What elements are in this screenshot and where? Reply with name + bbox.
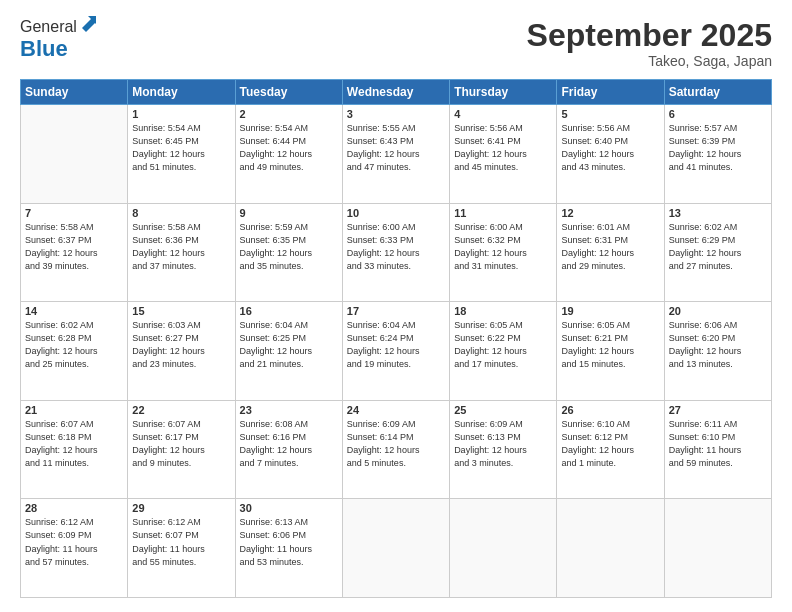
day-info: Sunrise: 5:56 AM Sunset: 6:41 PM Dayligh… xyxy=(454,122,552,174)
logo-blue-text: Blue xyxy=(20,36,68,61)
day-number: 24 xyxy=(347,404,445,416)
table-row: 21Sunrise: 6:07 AM Sunset: 6:18 PM Dayli… xyxy=(21,400,128,499)
day-info: Sunrise: 6:03 AM Sunset: 6:27 PM Dayligh… xyxy=(132,319,230,371)
table-row xyxy=(450,499,557,598)
day-number: 8 xyxy=(132,207,230,219)
day-number: 18 xyxy=(454,305,552,317)
col-wednesday: Wednesday xyxy=(342,80,449,105)
table-row: 10Sunrise: 6:00 AM Sunset: 6:33 PM Dayli… xyxy=(342,203,449,302)
day-info: Sunrise: 5:56 AM Sunset: 6:40 PM Dayligh… xyxy=(561,122,659,174)
day-info: Sunrise: 5:57 AM Sunset: 6:39 PM Dayligh… xyxy=(669,122,767,174)
day-info: Sunrise: 5:59 AM Sunset: 6:35 PM Dayligh… xyxy=(240,221,338,273)
day-info: Sunrise: 6:12 AM Sunset: 6:09 PM Dayligh… xyxy=(25,516,123,568)
day-info: Sunrise: 6:07 AM Sunset: 6:17 PM Dayligh… xyxy=(132,418,230,470)
day-number: 20 xyxy=(669,305,767,317)
table-row: 30Sunrise: 6:13 AM Sunset: 6:06 PM Dayli… xyxy=(235,499,342,598)
day-info: Sunrise: 6:11 AM Sunset: 6:10 PM Dayligh… xyxy=(669,418,767,470)
calendar-week-row: 1Sunrise: 5:54 AM Sunset: 6:45 PM Daylig… xyxy=(21,105,772,204)
day-info: Sunrise: 6:06 AM Sunset: 6:20 PM Dayligh… xyxy=(669,319,767,371)
day-info: Sunrise: 6:09 AM Sunset: 6:13 PM Dayligh… xyxy=(454,418,552,470)
table-row xyxy=(664,499,771,598)
col-thursday: Thursday xyxy=(450,80,557,105)
day-info: Sunrise: 6:05 AM Sunset: 6:21 PM Dayligh… xyxy=(561,319,659,371)
day-number: 28 xyxy=(25,502,123,514)
table-row: 15Sunrise: 6:03 AM Sunset: 6:27 PM Dayli… xyxy=(128,302,235,401)
day-info: Sunrise: 6:02 AM Sunset: 6:29 PM Dayligh… xyxy=(669,221,767,273)
table-row: 18Sunrise: 6:05 AM Sunset: 6:22 PM Dayli… xyxy=(450,302,557,401)
table-row: 16Sunrise: 6:04 AM Sunset: 6:25 PM Dayli… xyxy=(235,302,342,401)
day-number: 21 xyxy=(25,404,123,416)
day-number: 19 xyxy=(561,305,659,317)
col-friday: Friday xyxy=(557,80,664,105)
day-number: 9 xyxy=(240,207,338,219)
day-info: Sunrise: 6:04 AM Sunset: 6:25 PM Dayligh… xyxy=(240,319,338,371)
calendar-week-row: 28Sunrise: 6:12 AM Sunset: 6:09 PM Dayli… xyxy=(21,499,772,598)
table-row: 6Sunrise: 5:57 AM Sunset: 6:39 PM Daylig… xyxy=(664,105,771,204)
day-number: 17 xyxy=(347,305,445,317)
day-number: 16 xyxy=(240,305,338,317)
day-number: 5 xyxy=(561,108,659,120)
table-row: 20Sunrise: 6:06 AM Sunset: 6:20 PM Dayli… xyxy=(664,302,771,401)
table-row: 4Sunrise: 5:56 AM Sunset: 6:41 PM Daylig… xyxy=(450,105,557,204)
day-info: Sunrise: 6:13 AM Sunset: 6:06 PM Dayligh… xyxy=(240,516,338,568)
table-row: 1Sunrise: 5:54 AM Sunset: 6:45 PM Daylig… xyxy=(128,105,235,204)
location: Takeo, Saga, Japan xyxy=(527,53,772,69)
table-row xyxy=(21,105,128,204)
day-number: 23 xyxy=(240,404,338,416)
table-row: 25Sunrise: 6:09 AM Sunset: 6:13 PM Dayli… xyxy=(450,400,557,499)
day-info: Sunrise: 6:08 AM Sunset: 6:16 PM Dayligh… xyxy=(240,418,338,470)
table-row: 27Sunrise: 6:11 AM Sunset: 6:10 PM Dayli… xyxy=(664,400,771,499)
table-row: 23Sunrise: 6:08 AM Sunset: 6:16 PM Dayli… xyxy=(235,400,342,499)
day-info: Sunrise: 6:07 AM Sunset: 6:18 PM Dayligh… xyxy=(25,418,123,470)
table-row: 14Sunrise: 6:02 AM Sunset: 6:28 PM Dayli… xyxy=(21,302,128,401)
logo: General Blue xyxy=(20,18,96,62)
day-number: 29 xyxy=(132,502,230,514)
day-info: Sunrise: 5:58 AM Sunset: 6:36 PM Dayligh… xyxy=(132,221,230,273)
day-number: 26 xyxy=(561,404,659,416)
day-info: Sunrise: 5:54 AM Sunset: 6:44 PM Dayligh… xyxy=(240,122,338,174)
table-row: 2Sunrise: 5:54 AM Sunset: 6:44 PM Daylig… xyxy=(235,105,342,204)
day-info: Sunrise: 6:12 AM Sunset: 6:07 PM Dayligh… xyxy=(132,516,230,568)
day-info: Sunrise: 6:04 AM Sunset: 6:24 PM Dayligh… xyxy=(347,319,445,371)
col-monday: Monday xyxy=(128,80,235,105)
table-row: 29Sunrise: 6:12 AM Sunset: 6:07 PM Dayli… xyxy=(128,499,235,598)
day-number: 4 xyxy=(454,108,552,120)
day-number: 6 xyxy=(669,108,767,120)
table-row: 12Sunrise: 6:01 AM Sunset: 6:31 PM Dayli… xyxy=(557,203,664,302)
table-row: 9Sunrise: 5:59 AM Sunset: 6:35 PM Daylig… xyxy=(235,203,342,302)
logo-icon xyxy=(78,14,96,32)
calendar-week-row: 7Sunrise: 5:58 AM Sunset: 6:37 PM Daylig… xyxy=(21,203,772,302)
day-number: 15 xyxy=(132,305,230,317)
day-number: 25 xyxy=(454,404,552,416)
calendar-table: Sunday Monday Tuesday Wednesday Thursday… xyxy=(20,79,772,598)
table-row: 5Sunrise: 5:56 AM Sunset: 6:40 PM Daylig… xyxy=(557,105,664,204)
col-tuesday: Tuesday xyxy=(235,80,342,105)
day-number: 30 xyxy=(240,502,338,514)
day-number: 10 xyxy=(347,207,445,219)
table-row: 13Sunrise: 6:02 AM Sunset: 6:29 PM Dayli… xyxy=(664,203,771,302)
day-number: 12 xyxy=(561,207,659,219)
table-row: 28Sunrise: 6:12 AM Sunset: 6:09 PM Dayli… xyxy=(21,499,128,598)
day-number: 2 xyxy=(240,108,338,120)
col-saturday: Saturday xyxy=(664,80,771,105)
table-row: 17Sunrise: 6:04 AM Sunset: 6:24 PM Dayli… xyxy=(342,302,449,401)
logo-general-text: General xyxy=(20,18,77,36)
day-number: 22 xyxy=(132,404,230,416)
day-number: 11 xyxy=(454,207,552,219)
day-info: Sunrise: 6:10 AM Sunset: 6:12 PM Dayligh… xyxy=(561,418,659,470)
day-info: Sunrise: 6:09 AM Sunset: 6:14 PM Dayligh… xyxy=(347,418,445,470)
calendar-header-row: Sunday Monday Tuesday Wednesday Thursday… xyxy=(21,80,772,105)
page: General Blue September 2025 Takeo, Saga,… xyxy=(0,0,792,612)
table-row: 3Sunrise: 5:55 AM Sunset: 6:43 PM Daylig… xyxy=(342,105,449,204)
table-row xyxy=(557,499,664,598)
table-row: 8Sunrise: 5:58 AM Sunset: 6:36 PM Daylig… xyxy=(128,203,235,302)
day-info: Sunrise: 5:54 AM Sunset: 6:45 PM Dayligh… xyxy=(132,122,230,174)
day-number: 14 xyxy=(25,305,123,317)
day-info: Sunrise: 5:55 AM Sunset: 6:43 PM Dayligh… xyxy=(347,122,445,174)
table-row: 24Sunrise: 6:09 AM Sunset: 6:14 PM Dayli… xyxy=(342,400,449,499)
day-info: Sunrise: 6:00 AM Sunset: 6:33 PM Dayligh… xyxy=(347,221,445,273)
col-sunday: Sunday xyxy=(21,80,128,105)
calendar-week-row: 21Sunrise: 6:07 AM Sunset: 6:18 PM Dayli… xyxy=(21,400,772,499)
table-row: 11Sunrise: 6:00 AM Sunset: 6:32 PM Dayli… xyxy=(450,203,557,302)
table-row: 22Sunrise: 6:07 AM Sunset: 6:17 PM Dayli… xyxy=(128,400,235,499)
